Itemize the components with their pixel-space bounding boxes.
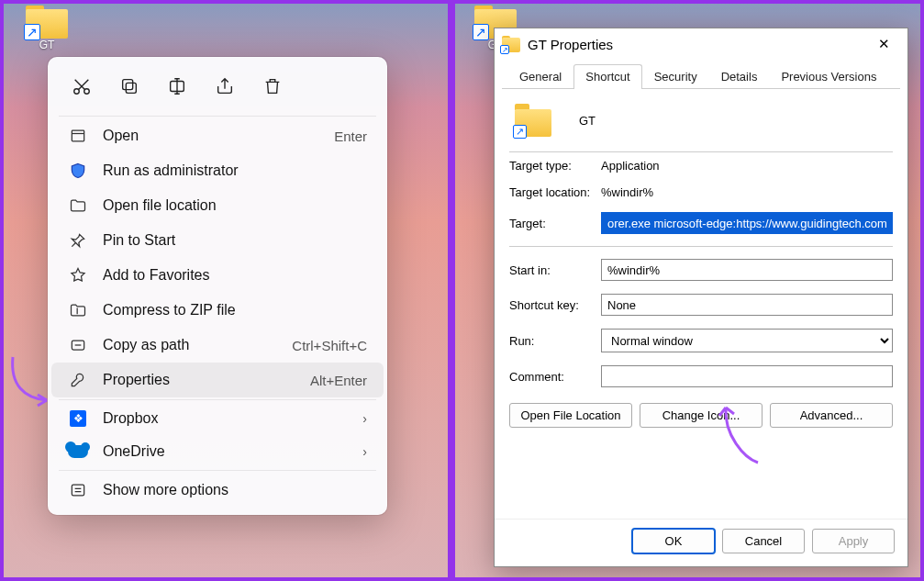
change-icon-button[interactable]: Change Icon... (640, 403, 763, 428)
value-target-location: %windir% (601, 185, 893, 199)
left-screenshot: ↗ GT Open Enter Run as administrator Ope… (0, 0, 451, 581)
chevron-right-icon: › (362, 411, 367, 426)
rename-icon[interactable] (156, 68, 198, 105)
svg-rect-3 (123, 80, 133, 90)
menu-properties-accel: Alt+Enter (310, 373, 367, 388)
menu-properties[interactable]: Properties Alt+Enter (51, 363, 384, 397)
menu-properties-label: Properties (103, 372, 310, 388)
menu-run-admin-label: Run as administrator (103, 162, 367, 179)
menu-open-location-label: Open file location (103, 197, 367, 214)
folder-icon (66, 196, 90, 215)
cancel-button[interactable]: Cancel (722, 529, 805, 553)
comment-input[interactable] (601, 365, 893, 387)
context-menu-toolbar (51, 62, 384, 114)
pin-icon (66, 231, 90, 250)
folder-shortcut-icon: ↗ (502, 36, 520, 52)
menu-pin-start-label: Pin to Start (103, 232, 367, 249)
properties-icon (66, 371, 90, 389)
onedrive-icon (66, 445, 90, 458)
menu-run-admin[interactable]: Run as administrator (51, 153, 384, 188)
label-comment: Comment: (509, 370, 601, 384)
folder-shortcut-icon: ↗ (26, 6, 68, 39)
open-file-location-button[interactable]: Open File Location (509, 403, 632, 428)
tab-previous-versions[interactable]: Previous Versions (769, 64, 888, 89)
svg-rect-7 (72, 485, 83, 496)
menu-copy-path-label: Copy as path (103, 337, 292, 353)
right-screenshot: ↗ GT ↗ GT Properties ✕ General Shortcut … (451, 0, 924, 581)
apply-button[interactable]: Apply (812, 529, 895, 553)
menu-copy-path[interactable]: Copy as path Ctrl+Shift+C (51, 328, 384, 363)
menu-open-location[interactable]: Open file location (51, 188, 384, 223)
run-select[interactable]: Normal window (601, 329, 893, 352)
cut-icon[interactable] (61, 68, 103, 105)
menu-onedrive-label: OneDrive (103, 443, 362, 460)
shortcut-name: GT (579, 114, 596, 128)
tabs: General Shortcut Security Details Previo… (502, 63, 900, 89)
label-target: Target: (509, 217, 601, 230)
delete-icon[interactable] (251, 68, 294, 105)
tab-shortcut[interactable]: Shortcut (573, 64, 641, 89)
menu-show-more[interactable]: Show more options (51, 473, 384, 508)
properties-body: ↗ GT Target type: Application Target loc… (495, 89, 907, 519)
desktop-shortcut[interactable]: ↗ GT (17, 4, 76, 51)
menu-show-more-label: Show more options (103, 482, 367, 498)
advanced-button[interactable]: Advanced... (770, 403, 893, 428)
menu-copy-path-accel: Ctrl+Shift+C (292, 338, 367, 353)
menu-compress-zip-label: Compress to ZIP file (103, 302, 367, 318)
shield-icon (66, 162, 90, 180)
dialog-buttons: OK Cancel Apply (495, 519, 907, 566)
properties-dialog: ↗ GT Properties ✕ General Shortcut Secur… (494, 28, 908, 567)
menu-add-favorites[interactable]: Add to Favorites (51, 258, 384, 293)
window-title: GT Properties (528, 37, 865, 52)
open-icon (66, 127, 90, 145)
label-shortcut-key: Shortcut key: (509, 298, 601, 312)
label-target-type: Target type: (509, 159, 601, 173)
chevron-right-icon: › (362, 444, 367, 459)
menu-open-accel: Enter (334, 128, 367, 144)
menu-compress-zip[interactable]: Compress to ZIP file (51, 293, 384, 328)
svg-rect-5 (72, 130, 83, 141)
label-run: Run: (509, 334, 601, 348)
path-icon (66, 336, 90, 354)
target-input[interactable] (601, 212, 893, 234)
menu-add-favorites-label: Add to Favorites (103, 267, 367, 284)
menu-pin-start[interactable]: Pin to Start (51, 223, 384, 258)
ok-button[interactable]: OK (632, 529, 715, 553)
menu-open-label: Open (103, 128, 334, 144)
menu-dropbox[interactable]: ❖ Dropbox › (51, 402, 384, 435)
label-start-in: Start in: (509, 263, 601, 277)
context-menu: Open Enter Run as administrator Open fil… (48, 57, 387, 515)
desktop-shortcut-label: GT (17, 39, 76, 51)
menu-open[interactable]: Open Enter (51, 118, 384, 153)
zip-icon (66, 301, 90, 319)
label-target-location: Target location: (509, 185, 601, 199)
menu-onedrive[interactable]: OneDrive › (51, 435, 384, 468)
shortcut-key-input[interactable] (601, 294, 893, 316)
share-icon[interactable] (204, 68, 246, 105)
star-icon (66, 266, 90, 285)
more-icon (66, 481, 90, 499)
dropbox-icon: ❖ (66, 410, 90, 427)
copy-icon[interactable] (108, 68, 150, 105)
title-bar: ↗ GT Properties ✕ (495, 28, 907, 60)
start-in-input[interactable] (601, 259, 893, 281)
svg-rect-2 (126, 83, 136, 93)
value-target-type: Application (601, 159, 893, 173)
folder-shortcut-icon: ↗ (515, 104, 551, 137)
close-button[interactable]: ✕ (865, 31, 902, 57)
menu-dropbox-label: Dropbox (103, 410, 362, 427)
tab-security[interactable]: Security (642, 64, 709, 89)
tab-general[interactable]: General (507, 64, 573, 89)
tab-details[interactable]: Details (709, 64, 770, 89)
